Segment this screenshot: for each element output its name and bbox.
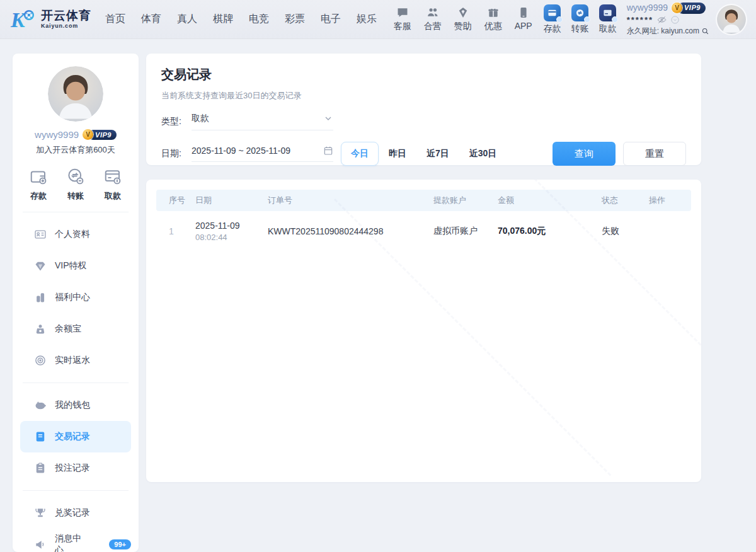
sidebar-avatar — [48, 66, 103, 122]
sidebar: wywy9999 V VIP9 加入开云体育第600天 存款 转账 取款 — [13, 54, 139, 552]
cell-date: 2025-11-09 08:02:44 — [195, 221, 268, 242]
page-title: 交易记录 — [161, 66, 686, 83]
main-nav: 首页 体育 真人 棋牌 电竞 彩票 电子 娱乐 — [105, 13, 377, 26]
cell-amount: 70,076.00元 — [498, 226, 602, 237]
masked-balance: ****** — [627, 15, 653, 25]
eye-off-icon[interactable] — [657, 15, 667, 25]
nav-item-esports[interactable]: 电竞 — [249, 13, 269, 26]
nav-item-lottery[interactable]: 彩票 — [285, 13, 305, 26]
filter-card: 交易记录 当前系统支持查询最近30日的交易记录 类型: 取款 日期: 2025-… — [146, 54, 701, 165]
date-range-input[interactable]: 2025-11-09 ~ 2025-11-09 — [192, 146, 333, 162]
affiliate-button[interactable]: 合营 — [424, 6, 442, 32]
withdraw-button[interactable]: 取款 — [599, 4, 617, 35]
nav-item-home[interactable]: 首页 — [105, 13, 125, 26]
sidebar-item-vip[interactable]: VIP特权 — [20, 250, 131, 282]
user-avatar[interactable] — [717, 5, 746, 34]
sidebar-withdraw-button[interactable]: 取款 — [103, 167, 122, 202]
col-status: 状态 — [602, 195, 649, 206]
deposit-button[interactable]: 存款 — [544, 4, 561, 35]
sidebar-menu-group-1: 个人资料 VIP特权 福利中心 余额宝 实时返水 — [13, 212, 139, 382]
nav-item-entertainment[interactable]: 娱乐 — [357, 13, 377, 26]
date-quick-ranges: 今日 昨日 近7日 近30日 — [341, 142, 507, 166]
type-label: 类型: — [161, 116, 192, 127]
people-icon — [427, 6, 439, 19]
type-select-value: 取款 — [192, 113, 209, 124]
card-outline-icon — [103, 167, 122, 186]
nav-item-sports[interactable]: 体育 — [141, 13, 161, 26]
type-filter-row: 类型: 取款 — [161, 113, 686, 130]
date-range-value: 2025-11-09 ~ 2025-11-09 — [192, 146, 290, 156]
sidebar-menu-group-3: 兑奖记录 消息中心 99+ — [13, 491, 139, 552]
vip-crest-icon: V — [83, 129, 93, 140]
sidebar-deposit-button[interactable]: 存款 — [29, 167, 48, 202]
calendar-icon — [323, 146, 333, 156]
promotions-button[interactable]: 优惠 — [484, 6, 502, 32]
cell-order-no: KWWT202511090802444298 — [268, 226, 433, 236]
cell-account: 虚拟币账户 — [433, 226, 498, 237]
chevron-down-icon — [323, 113, 333, 124]
deposit-icon — [544, 4, 561, 21]
sidebar-vip-badge: V VIP9 — [83, 129, 117, 140]
wallet-outline-icon — [29, 167, 48, 186]
nav-item-live[interactable]: 真人 — [177, 13, 197, 26]
range-7days[interactable]: 近7日 — [416, 142, 459, 166]
magnifier-icon[interactable] — [701, 27, 709, 35]
sidebar-quick-actions: 存款 转账 取款 — [13, 156, 139, 212]
brand-domain: Kaiyun.com — [41, 23, 91, 29]
records-table-card: 序号 日期 订单号 提款账户 金额 状态 操作 1 2025-11-09 08:… — [146, 180, 701, 482]
date-label: 日期: — [161, 148, 192, 159]
sidebar-item-yuebao[interactable]: 余额宝 — [20, 313, 131, 345]
sidebar-item-rebate[interactable]: 实时返水 — [20, 345, 131, 376]
trophy-icon — [34, 507, 47, 519]
kaiyun-logo-icon: K — [10, 7, 37, 32]
phone-icon — [517, 6, 530, 19]
sidebar-item-transactions[interactable]: 交易记录 — [20, 421, 131, 452]
transfer-button[interactable]: 转账 — [571, 4, 589, 35]
sidebar-item-betting-records[interactable]: 投注记录 — [20, 452, 131, 484]
nav-item-chess[interactable]: 棋牌 — [213, 13, 233, 26]
chevron-down-circle-icon[interactable] — [670, 15, 680, 25]
table-header-row: 序号 日期 订单号 提款账户 金额 状态 操作 — [156, 190, 691, 211]
type-select[interactable]: 取款 — [192, 113, 333, 130]
sidebar-username: wywy9999 — [35, 129, 79, 140]
sidebar-item-message-center[interactable]: 消息中心 99+ — [20, 529, 131, 552]
range-today[interactable]: 今日 — [341, 142, 379, 166]
sidebar-item-welfare[interactable]: 福利中心 — [20, 282, 131, 313]
query-button[interactable]: 查询 — [553, 142, 616, 166]
col-amount: 金额 — [498, 195, 602, 206]
brand-logo[interactable]: K 开云体育 Kaiyun.com — [10, 7, 91, 32]
username[interactable]: wywy9999 — [627, 3, 668, 14]
sidebar-item-profile[interactable]: 个人资料 — [20, 219, 131, 250]
topbar: K 开云体育 Kaiyun.com 首页 体育 真人 棋牌 电竞 彩票 电子 娱… — [0, 0, 756, 39]
sidebar-item-wallet[interactable]: 我的钱包 — [20, 389, 131, 421]
sidebar-item-redeem-records[interactable]: 兑奖记录 — [20, 497, 131, 529]
reset-button[interactable]: 重置 — [623, 142, 686, 166]
withdraw-icon — [599, 4, 616, 21]
date-filter-row: 日期: 2025-11-09 ~ 2025-11-09 今日 昨日 近7日 近3… — [161, 142, 686, 166]
content-area: wywy9999 V VIP9 加入开云体育第600天 存款 转账 取款 — [0, 39, 756, 552]
cell-seq: 1 — [169, 226, 195, 236]
gift-icon — [487, 6, 500, 19]
col-date: 日期 — [195, 195, 268, 206]
range-30days[interactable]: 近30日 — [459, 142, 507, 166]
customer-service-button[interactable]: 客服 — [394, 6, 411, 32]
sidebar-menu-group-2: 我的钱包 交易记录 投注记录 — [13, 383, 139, 490]
range-yesterday[interactable]: 昨日 — [379, 142, 416, 166]
join-days-text: 加入开云体育第600天 — [13, 144, 139, 156]
main-column: 交易记录 当前系统支持查询最近30日的交易记录 类型: 取款 日期: 2025-… — [146, 54, 701, 552]
nav-item-slots[interactable]: 电子 — [321, 13, 341, 26]
vip-badge: V VIP9 — [672, 3, 706, 14]
sponsor-button[interactable]: 赞助 — [454, 6, 472, 32]
wallet-tools: 存款 转账 取款 — [544, 4, 617, 35]
svg-text:K: K — [10, 8, 26, 32]
app-download-button[interactable]: APP — [515, 6, 532, 32]
message-count-badge: 99+ — [109, 539, 131, 549]
permanent-url: 永久网址: kaiyun.com — [627, 26, 699, 36]
avatar-image — [717, 5, 746, 34]
user-info: wywy9999 V VIP9 ****** 永久网址: kaiyun.com — [627, 3, 709, 36]
col-account: 提款账户 — [433, 195, 498, 206]
gem-icon — [34, 260, 47, 272]
col-action: 操作 — [649, 195, 691, 206]
brand-title: 开云体育 — [41, 9, 91, 21]
sidebar-transfer-button[interactable]: 转账 — [66, 167, 85, 202]
